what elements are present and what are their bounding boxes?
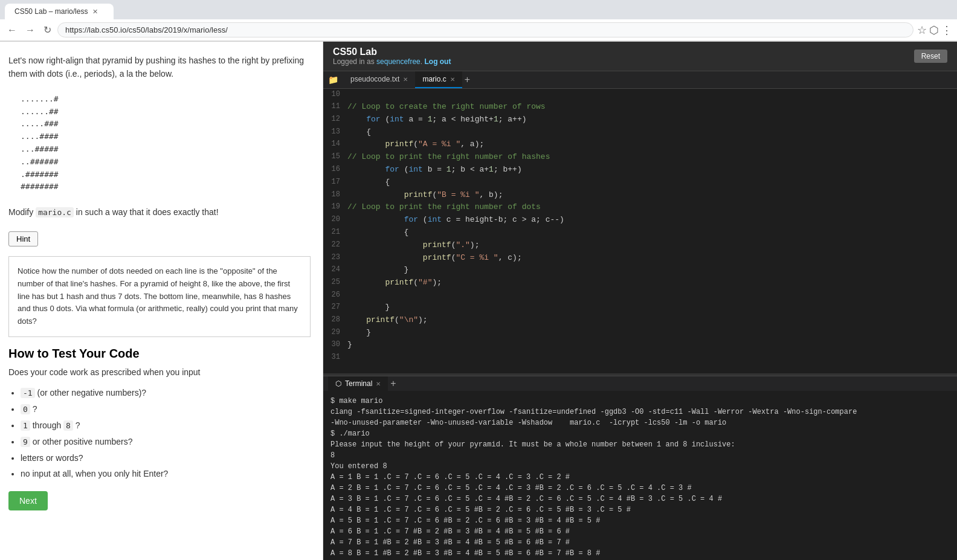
code-line-29: 29 } [323,327,957,340]
code-line-17: 17 { [323,176,957,189]
tab-mario-c[interactable]: mario.c ✕ [415,71,462,88]
code-line-14: 14 printf("A = %i ", a); [323,138,957,151]
tab-close-icon[interactable]: ✕ [92,8,98,16]
terminal-line-6: 8 [330,450,950,461]
forward-button[interactable]: → [23,22,37,38]
logged-in-prefix: Logged in as [333,57,376,66]
code-line-27: 27 } [323,301,957,314]
tab-pseudocode[interactable]: pseudocode.txt ✕ [343,71,415,88]
left-panel: Let's now right-align that pyramid by pu… [0,42,323,560]
bullet-1-code: -1 [21,388,35,398]
terminal-line-9: A = 2 B = 1 .C = 7 .C = 6 .C = 5 .C = 4 … [330,483,950,494]
pyramid-line-3: .....### [21,118,311,130]
lab-title: CS50 Lab [333,47,451,57]
terminal-tab-close[interactable]: ✕ [376,381,381,387]
terminal-line-14: A = 7 B = 1 #B = 2 #B = 3 #B = 4 #B = 5 … [330,537,950,548]
terminal-body[interactable]: $ make mario clang -fsanitize=signed-int… [323,391,957,560]
pyramid-line-2: ......## [21,106,311,118]
bullet-3-code2: 8 [63,420,73,431]
terminal-line-13: A = 6 B = 1 .C = 7 #B = 2 #B = 3 #B = 4 … [330,526,950,537]
pyramid-line-1: .......# [21,93,311,106]
code-line-21: 21 { [323,227,957,239]
code-line-13: 13 { [323,126,957,139]
url-bar[interactable] [57,22,914,37]
active-tab[interactable]: CS50 Lab – mario/less ✕ [5,4,114,19]
bookmark-icon[interactable]: ☆ [917,24,927,37]
extensions-icon[interactable]: ⬡ [929,24,939,37]
bullet-3-code1: 1 [21,420,30,431]
logout-link[interactable]: Log out [424,57,451,66]
section-intro: Does your code work as prescribed when y… [8,365,311,379]
refresh-button[interactable]: ↻ [41,22,54,38]
bullet-4-code: 9 [21,437,30,447]
code-line-10: 10 [323,89,957,101]
tab-pseudocode-label: pseudocode.txt [350,75,399,83]
code-line-20: 20 for (int c = height-b; c > a; c--) [323,214,957,227]
pyramid-display: .......# ......## .....### ....#### ...#… [8,88,311,198]
section-title: How to Test Your Code [8,347,311,361]
bullet-2-code: 0 [21,404,30,414]
browser-chrome: CS50 Lab – mario/less ✕ ← → ↻ ☆ ⬡ ⋮ [0,0,957,42]
terminal-line-11: A = 4 B = 1 .C = 7 .C = 6 .C = 5 #B = 2 … [330,504,950,515]
browser-tabs: CS50 Lab – mario/less ✕ [0,0,957,19]
code-line-15: 15 // Loop to print the right number of … [323,151,957,164]
menu-icon[interactable]: ⋮ [941,24,952,37]
add-terminal-icon[interactable]: + [390,378,396,389]
code-line-24: 24 } [323,264,957,277]
code-line-31: 31 [323,352,957,364]
main-layout: Let's now right-align that pyramid by pu… [0,42,957,560]
hint-content: Notice how the number of dots needed on … [8,256,311,337]
browser-nav: ← → ↻ ☆ ⬡ ⋮ [0,19,957,41]
right-panel: CS50 Lab Logged in as sequencefree. Log … [323,42,957,560]
modify-instruction: Modify mario.c in such a way that it doe… [8,205,311,219]
bullet-4: 9 or other positive numbers? [21,435,311,449]
lab-header: CS50 Lab Logged in as sequencefree. Log … [323,42,957,71]
back-button[interactable]: ← [5,22,19,38]
terminal-line-4: $ ./mario [330,428,950,439]
tab-mario-c-close[interactable]: ✕ [450,76,455,83]
terminal-tabs: ⬡ Terminal ✕ + [323,376,957,391]
tab-mario-c-label: mario.c [422,75,446,83]
lab-header-left: CS50 Lab Logged in as sequencefree. Log … [333,47,451,66]
reset-button[interactable]: Reset [914,50,947,63]
code-line-23: 23 printf("C = %i ", c); [323,252,957,265]
bullet-5: letters or words? [21,451,311,465]
mario-c-ref: mario.c [36,207,74,217]
code-line-12: 12 for (int a = 1; a < height+1; a++) [323,114,957,126]
add-tab-icon[interactable]: + [465,74,470,85]
folder-icon[interactable]: 📁 [328,75,338,85]
hint-button[interactable]: Hint [8,231,38,246]
code-line-11: 11 // Loop to create the right number of… [323,101,957,114]
tab-pseudocode-close[interactable]: ✕ [403,76,408,83]
bullet-3: 1 through 8 ? [21,419,311,433]
terminal-line-7: You entered 8 [330,461,950,472]
bullet-2: 0 ? [21,402,311,416]
nav-icons: ☆ ⬡ ⋮ [917,24,952,37]
editor-tabs: 📁 pseudocode.txt ✕ mario.c ✕ + [323,71,957,89]
code-line-18: 18 printf("B = %i ", b); [323,189,957,202]
username-link[interactable]: sequencefree [376,57,420,66]
code-line-16: 16 for (int b = 1; b < a+1; b++) [323,164,957,176]
terminal-tab[interactable]: ⬡ Terminal ✕ [328,376,388,391]
code-line-25: 25 printf("#"); [323,277,957,289]
terminal-line-2: clang -fsanitize=signed-integer-overflow… [330,407,950,417]
code-editor[interactable]: 10 11 // Loop to create the right number… [323,89,957,373]
terminal-icon: ⬡ [335,379,341,388]
hint-text: Notice how the number of dots needed on … [18,266,298,326]
terminal-line-10: A = 3 B = 1 .C = 7 .C = 6 .C = 5 .C = 4 … [330,494,950,504]
pyramid-line-6: ..###### [21,156,311,169]
terminal-line-3: -Wno-unused-parameter -Wno-unused-variab… [330,417,950,428]
bullet-1: -1 (or other negative numbers)? [21,386,311,400]
code-line-28: 28 printf("\n"); [323,314,957,327]
terminal-line-15: A = 8 B = 1 #B = 2 #B = 3 #B = 4 #B = 5 … [330,548,950,559]
bullet-6: no input at all, when you only hit Enter… [21,467,311,480]
pyramid-line-4: ....#### [21,130,311,143]
code-line-22: 22 printf("."); [323,239,957,252]
terminal-line-12: A = 5 B = 1 .C = 7 .C = 6 #B = 2 .C = 6 … [330,515,950,526]
pyramid-line-7: .####### [21,169,311,181]
pyramid-line-5: ...##### [21,143,311,156]
pyramid-line-8: ######## [21,181,311,193]
terminal-tab-label: Terminal [345,379,372,388]
next-button[interactable]: Next [8,491,48,510]
terminal-line-1: $ make mario [330,396,950,407]
